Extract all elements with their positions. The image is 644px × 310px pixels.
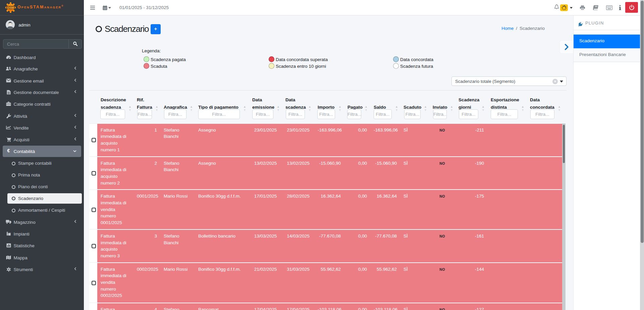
svg-text:OSM: OSM	[7, 6, 14, 9]
